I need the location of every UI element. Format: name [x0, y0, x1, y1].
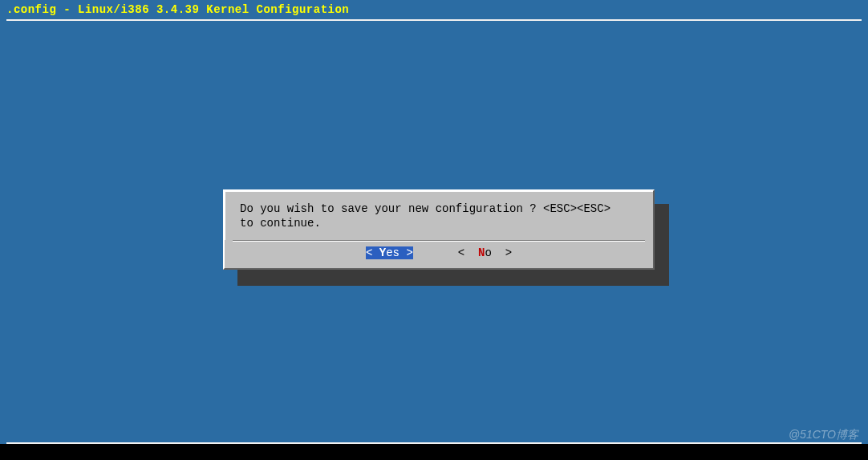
- yes-button[interactable]: < Yes >: [366, 246, 413, 259]
- black-strip: [0, 444, 868, 460]
- title-bar: .config - Linux/i386 3.4.39 Kernel Confi…: [0, 0, 868, 19]
- bottom-bar: [0, 442, 868, 460]
- dialog-message-line1: Do you wish to save your new configurati…: [240, 202, 639, 216]
- app-title: .config - Linux/i386 3.4.39 Kernel Confi…: [6, 3, 349, 16]
- dialog-message-line2: to continue.: [240, 216, 639, 230]
- top-divider: [6, 19, 862, 21]
- dialog-message: Do you wish to save your new configurati…: [225, 191, 653, 240]
- watermark: @51CTO博客: [789, 428, 858, 442]
- no-button[interactable]: < No >: [458, 246, 512, 259]
- dialog-button-row: < Yes > < No >: [225, 242, 653, 266]
- confirm-dialog: Do you wish to save your new configurati…: [223, 189, 655, 270]
